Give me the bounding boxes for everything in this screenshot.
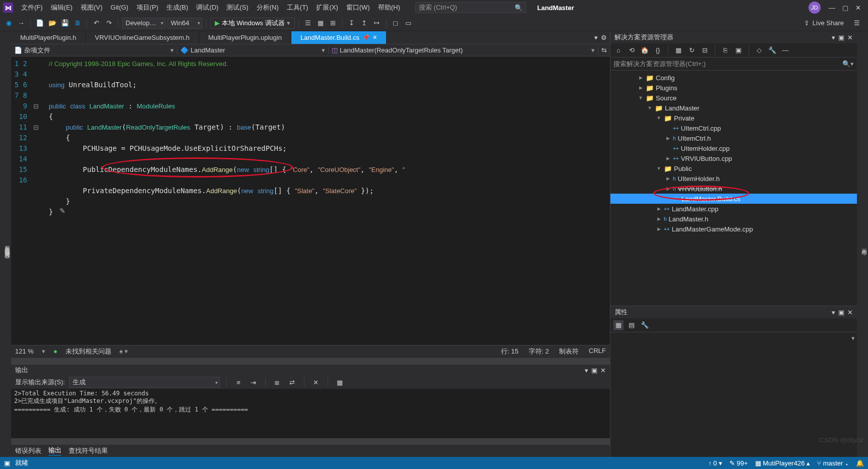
- nav-fwd-icon[interactable]: →: [16, 18, 27, 29]
- col-pos[interactable]: 字符: 2: [529, 347, 549, 356]
- prop-dropdown-icon[interactable]: ▾: [832, 309, 835, 316]
- prop-az-icon[interactable]: ▤: [627, 320, 637, 330]
- open-icon[interactable]: 📂: [47, 18, 58, 29]
- doc-tab[interactable]: VRVIUOnlineGameSubsystem.h: [86, 31, 199, 44]
- solution-tree[interactable]: ▶📁Config▶📁Plugins▼📁Source▼📁LandMaster▼📁P…: [610, 71, 857, 306]
- tool-icon-3[interactable]: ⊞: [328, 18, 339, 29]
- tree-item[interactable]: ▶📁Config: [610, 73, 857, 83]
- prop-wrench-icon[interactable]: 🔧: [640, 320, 650, 330]
- tree-item[interactable]: ▼📁LandMaster: [610, 103, 857, 113]
- doc-tab[interactable]: MultiPlayerPlugin.h: [11, 31, 86, 44]
- out-tool-4[interactable]: ⇄: [287, 377, 298, 388]
- panel-dropdown-icon[interactable]: ▾: [585, 367, 588, 374]
- redo-icon[interactable]: ↷: [103, 18, 114, 29]
- menu-分析(N)[interactable]: 分析(N): [253, 2, 283, 13]
- add-source-icon[interactable]: ↑ 0 ▾: [708, 459, 722, 467]
- line-pos[interactable]: 行: 15: [501, 347, 519, 356]
- tree-item[interactable]: C#LandMaster.Build.cs: [610, 194, 857, 204]
- config-combo[interactable]: Develop…: [122, 18, 166, 29]
- tree-item[interactable]: ▶hVRVIUButton.h: [610, 184, 857, 194]
- platform-combo[interactable]: Win64: [167, 18, 203, 29]
- se-brace-icon[interactable]: {}: [653, 45, 663, 55]
- se-refresh-icon[interactable]: ↻: [687, 45, 697, 55]
- se-showall-icon[interactable]: ▦: [673, 45, 684, 55]
- new-project-icon[interactable]: 📄: [34, 18, 45, 29]
- out-tool-6[interactable]: ▦: [334, 377, 345, 388]
- prop-pin-icon[interactable]: ▣: [838, 309, 844, 316]
- tab-find-symbols[interactable]: 查找符号结果: [69, 446, 108, 455]
- step-icon-1[interactable]: ↧: [346, 18, 357, 29]
- solution-search[interactable]: 搜索解决方案资源管理器(Ctrl+;) 🔍▾: [610, 57, 857, 71]
- menu-扩展(X)[interactable]: 扩展(X): [312, 2, 342, 13]
- repo-indicator[interactable]: ▦ MutiPlayer426 ▴: [755, 459, 810, 467]
- menu-Git(G)[interactable]: Git(G): [106, 2, 132, 13]
- tree-item[interactable]: ▶hUItemHolder.h: [610, 173, 857, 184]
- h-scrollbar[interactable]: [11, 357, 610, 364]
- tab-errors[interactable]: 错误列表: [15, 446, 41, 455]
- close-button[interactable]: ✕: [855, 4, 861, 12]
- menu-文件(F)[interactable]: 文件(F): [17, 2, 47, 13]
- menu-生成(B)[interactable]: 生成(B): [162, 2, 192, 13]
- step-icon-3[interactable]: ↦: [371, 18, 383, 29]
- out-tool-1[interactable]: ≡: [233, 377, 244, 388]
- issues-dropdown-icon[interactable]: ♠ ▾: [119, 347, 129, 355]
- run-debug-button[interactable]: ▶ 本地 Windows 调试器 ▾: [210, 18, 295, 29]
- server-explorer-tab[interactable]: 服务器资源管理器: [0, 31, 11, 457]
- tree-item[interactable]: ▼📁Private: [610, 113, 857, 123]
- tool-icon-1[interactable]: ☰: [302, 18, 314, 29]
- tree-item[interactable]: ▶hLandMaster.h: [610, 214, 857, 224]
- indent-mode[interactable]: 制表符: [559, 347, 579, 356]
- bc-method[interactable]: LandMaster(ReadOnlyTargetRules Target): [340, 46, 463, 54]
- se-dropdown-icon[interactable]: ▾: [832, 34, 835, 41]
- se-collapse-icon[interactable]: ⊟: [700, 45, 710, 55]
- output-source-combo[interactable]: 生成: [69, 377, 220, 388]
- tab-dropdown-icon[interactable]: ▾: [594, 34, 598, 41]
- menu-窗口(W)[interactable]: 窗口(W): [342, 2, 374, 13]
- menu-编辑(E)[interactable]: 编辑(E): [47, 2, 77, 13]
- global-search[interactable]: 搜索 (Ctrl+Q) 🔍: [415, 2, 526, 13]
- panel-pin-icon[interactable]: ▣: [591, 367, 597, 374]
- tree-item[interactable]: ▶++LandMaster.cpp: [610, 204, 857, 214]
- tool-icon-2[interactable]: ▦: [315, 18, 326, 29]
- feedback-icon[interactable]: ☰: [854, 19, 860, 27]
- tab-output[interactable]: 输出: [48, 446, 61, 456]
- code-editor[interactable]: 1 2 3 4 5 6 7 8 9 10 11 12 13 14 15 16 ⊟…: [11, 56, 610, 345]
- menu-帮助(H)[interactable]: 帮助(H): [374, 2, 404, 13]
- se-paste-icon[interactable]: ▣: [733, 45, 743, 55]
- bc-class[interactable]: LandMaster: [191, 46, 225, 54]
- notifications-icon[interactable]: 🔔: [856, 459, 864, 467]
- tree-item[interactable]: ++UItemHolder.cpp: [610, 143, 857, 153]
- menu-工具(T)[interactable]: 工具(T): [283, 2, 313, 13]
- se-home-icon[interactable]: ⌂: [613, 45, 624, 55]
- output-scrollbar[interactable]: [11, 438, 610, 445]
- menu-测试(S)[interactable]: 测试(S): [222, 2, 252, 13]
- comment-icon[interactable]: ▭: [403, 18, 414, 29]
- tree-item[interactable]: ▶++LandMasterGameMode.cpp: [610, 224, 857, 234]
- zoom-level[interactable]: 121 %: [15, 347, 34, 355]
- canvas-tab[interactable]: 画布: [857, 31, 868, 457]
- tree-item[interactable]: ▶++VRVIUButton.cpp: [610, 153, 857, 163]
- out-tool-2[interactable]: ⇥: [248, 377, 259, 388]
- bc-misc[interactable]: 杂项文件: [24, 46, 50, 55]
- undo-icon[interactable]: ↶: [91, 18, 102, 29]
- doc-tab[interactable]: MultiPlayerPlugin.uplugin: [199, 31, 291, 44]
- minimize-button[interactable]: —: [829, 4, 835, 12]
- eol-mode[interactable]: CRLF: [589, 347, 606, 356]
- tree-item[interactable]: ▼📁Source: [610, 93, 857, 103]
- tree-item[interactable]: ▶hUItemCtrl.h: [610, 133, 857, 143]
- panel-close-icon[interactable]: ✕: [600, 367, 606, 374]
- se-pin-icon[interactable]: ▣: [838, 34, 844, 41]
- menu-调试(D)[interactable]: 调试(D): [192, 2, 222, 13]
- se-more-icon[interactable]: —: [780, 45, 790, 55]
- live-share-button[interactable]: ⇪ Live Share ☰: [799, 19, 865, 27]
- prop-close-icon[interactable]: ✕: [847, 309, 853, 316]
- se-copy-icon[interactable]: ⎘: [720, 45, 730, 55]
- out-tool-5[interactable]: ✕: [311, 377, 322, 388]
- bookmark-icon[interactable]: ◻: [390, 18, 401, 29]
- split-icon[interactable]: ⇆: [598, 46, 610, 54]
- pending-icon[interactable]: ✎ 99+: [729, 459, 748, 467]
- tree-item[interactable]: ▼📁Public: [610, 163, 857, 173]
- se-sync-icon[interactable]: ⟲: [627, 45, 637, 55]
- user-avatar[interactable]: JD: [809, 2, 821, 14]
- menu-项目(P)[interactable]: 项目(P): [133, 2, 162, 13]
